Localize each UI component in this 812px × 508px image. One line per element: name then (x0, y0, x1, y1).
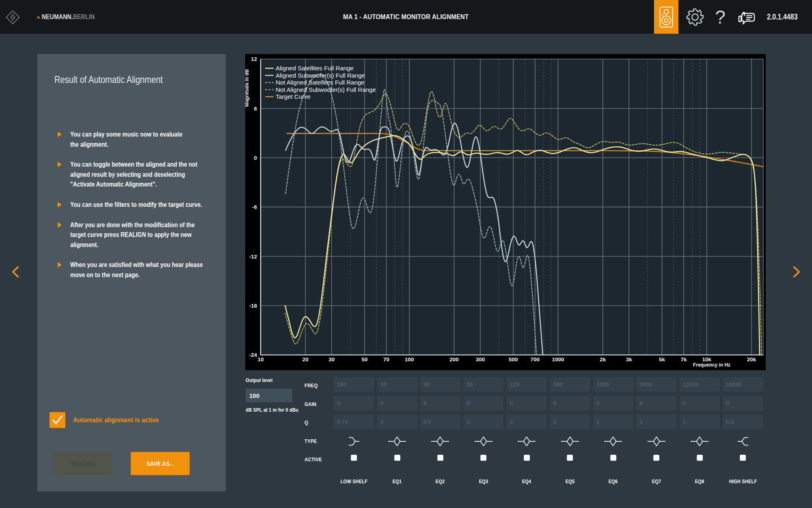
save-as-button[interactable]: SAVE AS... (131, 452, 190, 475)
x-tick-label: 2k (600, 356, 606, 363)
eq-eq7-gain-input[interactable]: 0 (636, 396, 676, 410)
feedback-icon (738, 9, 756, 26)
x-tick-label: 7k (680, 356, 687, 363)
eq-band-name-label: EQ8 (676, 478, 724, 484)
version-label: 2.0.1.4483 (767, 0, 798, 34)
realign-button-label: REALIGN (71, 460, 95, 467)
eq-eq5-freq-input[interactable]: 300 (550, 377, 590, 392)
eq-eq6-q-input[interactable]: 1 (593, 415, 633, 429)
chart-canvas: 1260-6-12-18-241020305070100200300500700… (245, 54, 766, 370)
output-level-input[interactable]: 100 (246, 389, 292, 402)
eq-band-name-label: EQ6 (589, 478, 637, 484)
eq-eq2-freq-input[interactable]: 30 (420, 377, 460, 392)
previous-page-button[interactable] (11, 264, 20, 280)
eq-eq1-gain-input[interactable]: 0 (377, 396, 417, 410)
eq-eq6-freq-input[interactable]: 1000 (593, 377, 633, 392)
top-bar: »NEUMANN.BERLIN MA 1 - AUTOMATIC MONITOR… (0, 0, 812, 34)
instruction-item: After you are done with the modification… (57, 220, 236, 250)
eq-eq3-freq-input[interactable]: 80 (463, 377, 503, 392)
instruction-text: You can play some music now to evaluate … (70, 129, 182, 149)
eq-eq1-freq-input[interactable]: 20 (377, 377, 417, 392)
settings-button[interactable] (685, 0, 706, 34)
eq-eq7-q-input[interactable]: 1 (636, 415, 676, 429)
eq-band-name-label: EQ4 (503, 478, 551, 484)
eq-eq4-gain-input[interactable]: 0 (507, 396, 547, 410)
eq-eq6-active-checkbox[interactable] (610, 455, 616, 461)
x-axis-title: Frequency in Hz (693, 362, 730, 368)
bullet-triangle-icon (57, 161, 62, 167)
help-button[interactable]: ? (710, 0, 730, 34)
legend-label: Target Curve (276, 93, 311, 100)
eq-eq8-gain-input[interactable]: 0 (680, 396, 720, 410)
eq-eq1-q-input[interactable]: 3 (377, 415, 417, 429)
monitor-alignment-tab-button[interactable] (654, 0, 678, 34)
eq-eq2-active-checkbox[interactable] (437, 455, 443, 461)
eq-low-shelf-active-checkbox[interactable] (351, 455, 357, 461)
eq-eq7-freq-input[interactable]: 3000 (636, 377, 676, 392)
feedback-button[interactable] (736, 0, 758, 34)
eq-high-shelf-gain-input[interactable]: 0 (723, 396, 763, 410)
page-title: MA 1 - AUTOMATIC MONITOR ALIGNMENT (343, 13, 469, 21)
eq-eq8-q-input[interactable]: 1 (680, 415, 720, 429)
instruction-text: After you are done with the modification… (70, 220, 194, 250)
output-level-unit-label: dB SPL at 1 m for 0 dBu (246, 407, 298, 413)
eq-eq8-freq-input[interactable]: 12000 (680, 377, 720, 392)
instruction-list: You can play some music now to evaluate … (57, 129, 236, 290)
eq-eq5-gain-input[interactable]: 0 (550, 396, 590, 410)
eq-eq8-active-checkbox[interactable] (697, 455, 703, 461)
eq-eq7-active-checkbox[interactable] (653, 455, 659, 461)
output-level-label: Output level (246, 377, 272, 383)
eq-eq5-active-checkbox[interactable] (567, 455, 573, 461)
x-tick-label: 3k (626, 356, 633, 363)
eq-eq4-q-input[interactable]: 2 (507, 415, 547, 429)
eq-low-shelf-q-input[interactable]: 0.71 (334, 415, 374, 429)
realign-button[interactable]: REALIGN (54, 452, 112, 475)
eq-eq1-type-button[interactable] (377, 435, 417, 447)
eq-band-name-label: LOW SHELF (330, 478, 378, 484)
eq-eq3-gain-input[interactable]: 0 (463, 396, 503, 410)
bell-filter-icon (474, 436, 493, 447)
eq-eq4-freq-input[interactable]: 120 (507, 377, 547, 392)
eq-eq6-gain-input[interactable]: 0 (593, 396, 633, 410)
eq-eq2-type-button[interactable] (420, 435, 460, 447)
ma1-app-window: »NEUMANN.BERLIN MA 1 - AUTOMATIC MONITOR… (0, 0, 812, 508)
legend-label: Aligned Satellites Full Range (276, 65, 354, 72)
instruction-item: You can use the filters to modify the ta… (57, 200, 236, 210)
bell-filter-icon (388, 436, 406, 447)
eq-eq4-active-checkbox[interactable] (524, 455, 530, 461)
eq-row-label-active: ACTIVE (304, 456, 322, 462)
eq-eq8-type-button[interactable] (680, 435, 720, 447)
eq-eq3-type-button[interactable] (463, 435, 503, 447)
eq-eq2-q-input[interactable]: 0.5 (420, 415, 460, 429)
eq-eq2-gain-input[interactable]: 0 (420, 396, 460, 410)
eq-eq3-q-input[interactable]: 1 (463, 415, 503, 429)
eq-high-shelf-type-button[interactable] (723, 435, 763, 447)
eq-eq3-active-checkbox[interactable] (480, 455, 486, 461)
y-tick-label: -24 (249, 352, 257, 358)
eq-eq1-active-checkbox[interactable] (394, 455, 400, 461)
eq-high-shelf-q-input[interactable]: 0.3 (723, 415, 763, 429)
eq-low-shelf-gain-input[interactable]: 0 (334, 396, 374, 410)
eq-eq7-type-button[interactable] (636, 435, 676, 447)
eq-eq5-q-input[interactable]: 1 (550, 415, 590, 429)
eq-row-label-gain: GAIN (304, 401, 316, 407)
panel-heading: Result of Automatic Alignment (54, 74, 163, 85)
eq-low-shelf-freq-input[interactable]: 100 (334, 377, 374, 392)
eq-high-shelf-freq-input[interactable]: 16000 (723, 377, 763, 392)
checkmark-icon (50, 412, 65, 428)
eq-high-shelf-active-checkbox[interactable] (740, 455, 746, 461)
frequency-response-chart: 1260-6-12-18-241020305070100200300500700… (245, 54, 766, 370)
low-shelf-filter-icon (348, 436, 360, 447)
automatic-alignment-checkbox[interactable] (50, 412, 65, 428)
eq-eq6-type-button[interactable] (593, 435, 633, 447)
bell-filter-icon (431, 436, 449, 447)
bullet-triangle-icon (57, 202, 62, 208)
instruction-item: When you are satisfied with what you hea… (57, 260, 236, 280)
x-tick-label: 300 (476, 356, 485, 363)
x-tick-label: 5k (659, 356, 665, 363)
instruction-text: When you are satisfied with what you hea… (70, 260, 203, 280)
next-page-button[interactable] (792, 264, 801, 280)
eq-eq4-type-button[interactable] (507, 435, 547, 447)
eq-low-shelf-type-button[interactable] (334, 435, 374, 447)
eq-eq5-type-button[interactable] (550, 435, 590, 447)
